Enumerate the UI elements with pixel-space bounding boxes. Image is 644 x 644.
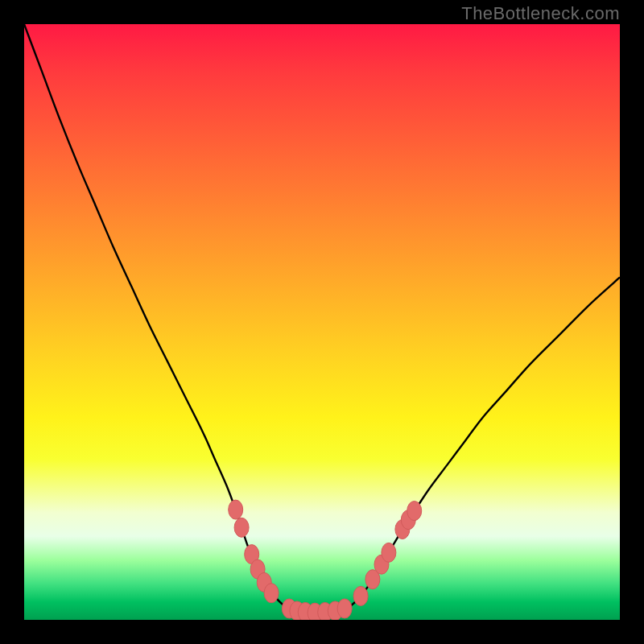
marker-point — [353, 586, 368, 605]
marker-point — [407, 502, 422, 521]
marker-point — [229, 500, 243, 519]
chart-frame: TheBottleneck.com — [0, 0, 644, 644]
plot-area — [24, 24, 620, 620]
marker-point — [264, 584, 279, 603]
bottleneck-curve — [24, 24, 620, 613]
marker-point — [382, 543, 396, 562]
marker-point — [337, 599, 352, 618]
chart-svg — [24, 24, 620, 620]
marker-point — [234, 518, 249, 537]
watermark-text: TheBottleneck.com — [461, 3, 620, 24]
markers — [229, 500, 422, 620]
